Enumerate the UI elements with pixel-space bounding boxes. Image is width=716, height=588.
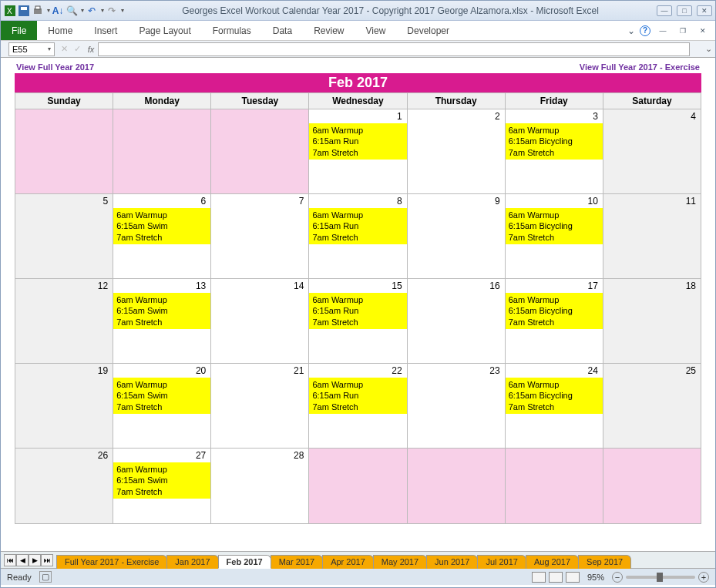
calendar-cell[interactable]: 11 — [603, 194, 701, 279]
ribbon-tab-developer[interactable]: Developer — [396, 21, 460, 40]
day-events: 6am Warmup6:15am Bicycling7am Stretch — [506, 208, 603, 244]
minimize-button[interactable]: — — [657, 5, 672, 16]
sort-asc-icon[interactable]: A↓ — [52, 5, 64, 17]
calendar-cell[interactable] — [113, 109, 211, 194]
day-header: Sunday — [15, 93, 113, 109]
zoom-level[interactable]: 95% — [587, 573, 604, 582]
calendar-cell[interactable]: 226am Warmup6:15am Run7am Stretch — [309, 364, 407, 449]
calendar-cell[interactable]: 206am Warmup6:15am Swim7am Stretch — [113, 364, 211, 449]
workbook-minimize-button[interactable]: — — [655, 25, 671, 36]
view-full-year-link[interactable]: View Full Year 2017 — [16, 62, 94, 72]
sheet-tab[interactable]: Jun 2017 — [426, 555, 478, 569]
sheet-tab[interactable]: Jul 2017 — [477, 555, 526, 569]
calendar-cell[interactable]: 7 — [211, 194, 309, 279]
ribbon-minimize-icon[interactable]: ⌄ — [627, 25, 635, 36]
calendar-cell[interactable] — [309, 449, 407, 524]
sheet-tab[interactable]: Sep 2017 — [578, 555, 631, 569]
tab-prev-button[interactable]: ◀ — [16, 554, 29, 566]
calendar-cell[interactable] — [407, 449, 505, 524]
calendar-cell[interactable]: 12 — [15, 279, 113, 364]
ribbon-tab-formulas[interactable]: Formulas — [202, 21, 262, 40]
sheet-tab[interactable]: May 2017 — [373, 555, 427, 569]
calendar-cell[interactable] — [211, 109, 309, 194]
calendar-cell[interactable]: 14 — [211, 279, 309, 364]
calendar-cell[interactable]: 156am Warmup6:15am Run7am Stretch — [309, 279, 407, 364]
name-box[interactable]: E55▾ — [8, 42, 55, 56]
calendar-cell[interactable]: 4 — [603, 109, 701, 194]
calendar-cell[interactable]: 19 — [15, 364, 113, 449]
calendar-cell[interactable]: 25 — [603, 364, 701, 449]
ribbon-tab-insert[interactable]: Insert — [83, 21, 128, 40]
calendar-cell[interactable]: 86am Warmup6:15am Run7am Stretch — [309, 194, 407, 279]
sheet-tab[interactable]: Full Year 2017 - Exercise — [56, 555, 167, 569]
tab-next-button[interactable]: ▶ — [29, 554, 41, 566]
calendar-cell[interactable]: 66am Warmup6:15am Swim7am Stretch — [113, 194, 211, 279]
save-icon[interactable] — [18, 5, 30, 17]
day-number: 20 — [113, 364, 210, 378]
cancel-icon[interactable]: ✕ — [58, 44, 71, 54]
undo-icon[interactable]: ↶ — [86, 5, 98, 17]
calendar-cell[interactable]: 16 — [407, 279, 505, 364]
dropdown-icon[interactable]: ▾ — [101, 7, 104, 14]
zoom-slider[interactable] — [626, 576, 695, 579]
svg-rect-5 — [35, 6, 40, 9]
calendar-cell[interactable]: 18 — [603, 279, 701, 364]
calendar-cell[interactable]: 276am Warmup6:15am Swim7am Stretch — [113, 449, 211, 524]
calendar-cell[interactable]: 28 — [211, 449, 309, 524]
calendar-cell[interactable]: 36am Warmup6:15am Bicycling7am Stretch — [505, 109, 603, 194]
dropdown-icon[interactable]: ▾ — [48, 45, 51, 52]
calendar-cell[interactable]: 2 — [407, 109, 505, 194]
zoom-out-button[interactable]: − — [612, 572, 623, 583]
ribbon-tab-review[interactable]: Review — [303, 21, 355, 40]
page-layout-view-button[interactable] — [549, 572, 563, 583]
calendar-cell[interactable] — [603, 449, 701, 524]
calendar-cell[interactable] — [15, 109, 113, 194]
maximize-button[interactable]: □ — [677, 5, 692, 16]
print-preview-icon[interactable] — [32, 5, 44, 17]
calendar-cell[interactable]: 26 — [15, 449, 113, 524]
redo-icon[interactable]: ↷ — [106, 5, 118, 17]
calendar-cell[interactable]: 106am Warmup6:15am Bicycling7am Stretch — [505, 194, 603, 279]
file-tab[interactable]: File — [1, 21, 37, 40]
expand-formula-bar-icon[interactable]: ⌄ — [702, 44, 715, 54]
event-line: 7am Stretch — [312, 317, 403, 328]
view-full-year-exercise-link[interactable]: View Full Year 2017 - Exercise — [580, 62, 700, 72]
day-header: Friday — [505, 93, 603, 109]
day-header: Wednesday — [309, 93, 407, 109]
dropdown-icon[interactable]: ▾ — [81, 7, 84, 14]
calendar-cell[interactable]: 9 — [407, 194, 505, 279]
calendar-cell[interactable]: 16am Warmup6:15am Run7am Stretch — [309, 109, 407, 194]
calendar-cell[interactable]: 246am Warmup6:15am Bicycling7am Stretch — [505, 364, 603, 449]
normal-view-button[interactable] — [532, 572, 546, 583]
calendar-cell[interactable]: 21 — [211, 364, 309, 449]
sheet-tab[interactable]: Mar 2017 — [271, 555, 323, 569]
dropdown-icon[interactable]: ▾ — [47, 7, 50, 14]
sheet-tab[interactable]: Feb 2017 — [218, 555, 271, 569]
ribbon-tab-data[interactable]: Data — [262, 21, 303, 40]
macro-record-icon[interactable]: ▢ — [39, 571, 52, 583]
sheet-tab[interactable]: Aug 2017 — [526, 555, 579, 569]
sheet-tab[interactable]: Apr 2017 — [322, 555, 374, 569]
calendar-cell[interactable] — [505, 449, 603, 524]
event-line: 6:15am Run — [312, 305, 403, 316]
tab-last-button[interactable]: ⏭ — [41, 554, 53, 566]
help-icon[interactable]: ? — [640, 25, 650, 36]
ribbon-tab-view[interactable]: View — [355, 21, 397, 40]
workbook-restore-button[interactable]: ❐ — [675, 25, 691, 36]
page-break-view-button[interactable] — [566, 572, 580, 583]
enter-icon[interactable]: ✓ — [71, 44, 84, 54]
fx-icon[interactable]: fx — [84, 45, 98, 54]
calendar-cell[interactable]: 5 — [15, 194, 113, 279]
calendar-cell[interactable]: 176am Warmup6:15am Bicycling7am Stretch — [505, 279, 603, 364]
sheet-tab[interactable]: Jan 2017 — [166, 555, 218, 569]
zoom-in-button[interactable]: + — [698, 572, 709, 583]
find-icon[interactable]: 🔍 — [66, 5, 78, 17]
ribbon-tab-home[interactable]: Home — [37, 21, 83, 40]
close-button[interactable]: ✕ — [697, 5, 712, 16]
tab-first-button[interactable]: ⏮ — [4, 554, 16, 566]
workbook-close-button[interactable]: ✕ — [695, 25, 711, 36]
ribbon-tab-page-layout[interactable]: Page Layout — [128, 21, 201, 40]
calendar-cell[interactable]: 23 — [407, 364, 505, 449]
calendar-cell[interactable]: 136am Warmup6:15am Swim7am Stretch — [113, 279, 211, 364]
formula-input[interactable] — [98, 42, 690, 56]
